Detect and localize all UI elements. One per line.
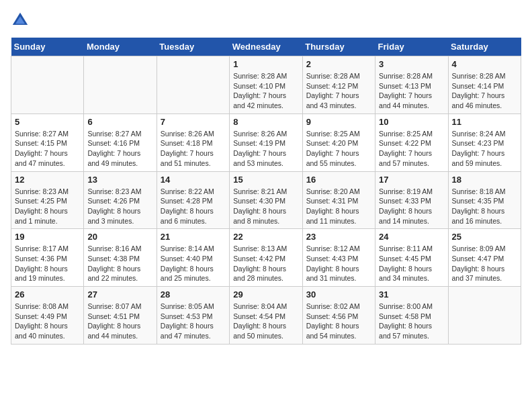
cell-day-number: 20 (87, 232, 152, 242)
cell-info: Sunrise: 8:27 AMSunset: 4:15 PMDaylight:… (15, 129, 80, 169)
cell-day-number: 19 (15, 232, 80, 242)
cell-info: Sunrise: 8:09 AMSunset: 4:47 PMDaylight:… (452, 244, 517, 283)
calendar-cell: 18Sunrise: 8:18 AMSunset: 4:35 PMDayligh… (448, 171, 521, 229)
cell-info: Sunrise: 8:11 AMSunset: 4:45 PMDaylight:… (379, 244, 444, 283)
calendar-cell (157, 56, 229, 114)
calendar-cell: 31Sunrise: 8:00 AMSunset: 4:58 PMDayligh… (375, 287, 448, 345)
calendar-week-4: 19Sunrise: 8:17 AMSunset: 4:36 PMDayligh… (11, 229, 521, 287)
calendar-cell: 4Sunrise: 8:28 AMSunset: 4:14 PMDaylight… (448, 56, 521, 114)
cell-day-number: 3 (379, 59, 444, 69)
cell-day-number: 4 (452, 59, 517, 69)
calendar-cell: 13Sunrise: 8:23 AMSunset: 4:26 PMDayligh… (84, 171, 157, 229)
calendar-cell: 16Sunrise: 8:20 AMSunset: 4:31 PMDayligh… (302, 171, 375, 229)
calendar-cell: 27Sunrise: 8:07 AMSunset: 4:51 PMDayligh… (84, 287, 157, 345)
cell-day-number: 1 (233, 59, 298, 69)
calendar-header-row: SundayMondayTuesdayWednesdayThursdayFrid… (11, 38, 521, 56)
calendar-cell: 26Sunrise: 8:08 AMSunset: 4:49 PMDayligh… (11, 287, 84, 345)
calendar-week-1: 1Sunrise: 8:28 AMSunset: 4:10 PMDaylight… (11, 56, 521, 114)
header-day-sunday: Sunday (11, 38, 84, 56)
calendar-week-3: 12Sunrise: 8:23 AMSunset: 4:25 PMDayligh… (11, 171, 521, 229)
cell-day-number: 14 (161, 175, 226, 185)
calendar-cell: 2Sunrise: 8:28 AMSunset: 4:12 PMDaylight… (302, 56, 375, 114)
cell-day-number: 26 (15, 289, 80, 300)
cell-day-number: 24 (379, 232, 444, 242)
cell-day-number: 8 (233, 117, 298, 127)
calendar-cell: 20Sunrise: 8:16 AMSunset: 4:38 PMDayligh… (84, 229, 157, 287)
calendar-cell: 7Sunrise: 8:26 AMSunset: 4:18 PMDaylight… (157, 113, 229, 171)
cell-day-number: 25 (452, 232, 517, 242)
cell-day-number: 16 (306, 175, 371, 185)
calendar-cell: 28Sunrise: 8:05 AMSunset: 4:53 PMDayligh… (157, 287, 229, 345)
cell-info: Sunrise: 8:25 AMSunset: 4:20 PMDaylight:… (306, 129, 371, 169)
header-day-monday: Monday (84, 38, 157, 56)
calendar-cell: 9Sunrise: 8:25 AMSunset: 4:20 PMDaylight… (302, 113, 375, 171)
cell-day-number: 30 (306, 289, 371, 300)
cell-info: Sunrise: 8:20 AMSunset: 4:31 PMDaylight:… (306, 187, 371, 226)
header-day-saturday: Saturday (448, 38, 521, 56)
calendar-week-2: 5Sunrise: 8:27 AMSunset: 4:15 PMDaylight… (11, 113, 521, 171)
cell-info: Sunrise: 8:12 AMSunset: 4:43 PMDaylight:… (306, 244, 371, 283)
cell-info: Sunrise: 8:17 AMSunset: 4:36 PMDaylight:… (15, 244, 80, 283)
cell-info: Sunrise: 8:28 AMSunset: 4:12 PMDaylight:… (306, 71, 371, 111)
cell-info: Sunrise: 8:18 AMSunset: 4:35 PMDaylight:… (452, 187, 517, 226)
header-day-wednesday: Wednesday (230, 38, 302, 56)
cell-info: Sunrise: 8:26 AMSunset: 4:18 PMDaylight:… (161, 129, 226, 169)
calendar-cell: 8Sunrise: 8:26 AMSunset: 4:19 PMDaylight… (230, 113, 302, 171)
header-day-thursday: Thursday (302, 38, 375, 56)
cell-day-number: 18 (452, 175, 517, 185)
cell-day-number: 21 (161, 232, 226, 242)
cell-info: Sunrise: 8:08 AMSunset: 4:49 PMDaylight:… (15, 302, 80, 341)
cell-info: Sunrise: 8:28 AMSunset: 4:10 PMDaylight:… (233, 71, 298, 111)
calendar-cell: 1Sunrise: 8:28 AMSunset: 4:10 PMDaylight… (230, 56, 302, 114)
cell-info: Sunrise: 8:27 AMSunset: 4:16 PMDaylight:… (87, 129, 152, 169)
cell-info: Sunrise: 8:00 AMSunset: 4:58 PMDaylight:… (379, 302, 444, 341)
calendar-cell: 12Sunrise: 8:23 AMSunset: 4:25 PMDayligh… (11, 171, 84, 229)
calendar-cell: 3Sunrise: 8:28 AMSunset: 4:13 PMDaylight… (375, 56, 448, 114)
cell-info: Sunrise: 8:23 AMSunset: 4:26 PMDaylight:… (87, 187, 152, 226)
cell-info: Sunrise: 8:02 AMSunset: 4:56 PMDaylight:… (306, 302, 371, 341)
calendar-cell: 15Sunrise: 8:21 AMSunset: 4:30 PMDayligh… (230, 171, 302, 229)
cell-day-number: 5 (15, 117, 80, 127)
calendar-cell (11, 56, 84, 114)
cell-info: Sunrise: 8:04 AMSunset: 4:54 PMDaylight:… (233, 302, 298, 341)
cell-day-number: 2 (306, 59, 371, 69)
cell-day-number: 12 (15, 175, 80, 185)
cell-info: Sunrise: 8:22 AMSunset: 4:28 PMDaylight:… (161, 187, 226, 226)
cell-day-number: 29 (233, 289, 298, 300)
calendar-cell (84, 56, 157, 114)
calendar-cell: 10Sunrise: 8:25 AMSunset: 4:22 PMDayligh… (375, 113, 448, 171)
calendar-cell: 14Sunrise: 8:22 AMSunset: 4:28 PMDayligh… (157, 171, 229, 229)
calendar-cell: 5Sunrise: 8:27 AMSunset: 4:15 PMDaylight… (11, 113, 84, 171)
calendar-table: SundayMondayTuesdayWednesdayThursdayFrid… (11, 38, 521, 345)
calendar-cell: 17Sunrise: 8:19 AMSunset: 4:33 PMDayligh… (375, 171, 448, 229)
cell-info: Sunrise: 8:26 AMSunset: 4:19 PMDaylight:… (233, 129, 298, 169)
calendar-cell: 22Sunrise: 8:13 AMSunset: 4:42 PMDayligh… (230, 229, 302, 287)
cell-day-number: 28 (161, 289, 226, 300)
cell-info: Sunrise: 8:16 AMSunset: 4:38 PMDaylight:… (87, 244, 152, 283)
cell-day-number: 17 (379, 175, 444, 185)
cell-day-number: 15 (233, 175, 298, 185)
cell-day-number: 7 (161, 117, 226, 127)
calendar-cell: 19Sunrise: 8:17 AMSunset: 4:36 PMDayligh… (11, 229, 84, 287)
cell-info: Sunrise: 8:07 AMSunset: 4:51 PMDaylight:… (87, 302, 152, 341)
cell-info: Sunrise: 8:21 AMSunset: 4:30 PMDaylight:… (233, 187, 298, 226)
cell-info: Sunrise: 8:05 AMSunset: 4:53 PMDaylight:… (161, 302, 226, 341)
calendar-cell: 24Sunrise: 8:11 AMSunset: 4:45 PMDayligh… (375, 229, 448, 287)
logo (11, 11, 32, 30)
cell-info: Sunrise: 8:14 AMSunset: 4:40 PMDaylight:… (161, 244, 226, 283)
logo-icon (11, 11, 30, 30)
calendar-body: 1Sunrise: 8:28 AMSunset: 4:10 PMDaylight… (11, 56, 521, 345)
header (11, 11, 521, 30)
cell-day-number: 9 (306, 117, 371, 127)
cell-day-number: 31 (379, 289, 444, 300)
calendar-cell: 25Sunrise: 8:09 AMSunset: 4:47 PMDayligh… (448, 229, 521, 287)
cell-day-number: 22 (233, 232, 298, 242)
cell-info: Sunrise: 8:13 AMSunset: 4:42 PMDaylight:… (233, 244, 298, 283)
cell-day-number: 13 (87, 175, 152, 185)
calendar-cell: 11Sunrise: 8:24 AMSunset: 4:23 PMDayligh… (448, 113, 521, 171)
calendar-week-5: 26Sunrise: 8:08 AMSunset: 4:49 PMDayligh… (11, 287, 521, 345)
header-day-tuesday: Tuesday (157, 38, 229, 56)
calendar-cell: 30Sunrise: 8:02 AMSunset: 4:56 PMDayligh… (302, 287, 375, 345)
calendar-cell: 29Sunrise: 8:04 AMSunset: 4:54 PMDayligh… (230, 287, 302, 345)
cell-day-number: 27 (87, 289, 152, 300)
